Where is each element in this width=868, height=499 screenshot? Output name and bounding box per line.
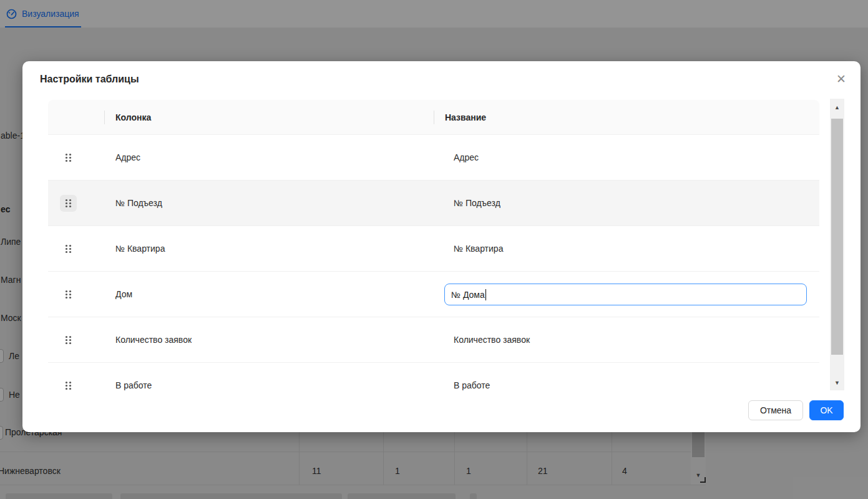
drag-handle[interactable] bbox=[60, 195, 77, 212]
name-cell[interactable]: № Квартира bbox=[454, 226, 503, 272]
header-name: Название bbox=[445, 100, 486, 135]
scroll-down-icon[interactable]: ▼ bbox=[830, 377, 844, 389]
column-label: Адрес bbox=[115, 135, 140, 180]
drag-dots-icon bbox=[65, 199, 72, 208]
ok-button[interactable]: OK bbox=[809, 400, 844, 420]
name-cell[interactable]: № Подъезд bbox=[454, 180, 500, 226]
text-cursor bbox=[485, 289, 487, 300]
drag-handle[interactable] bbox=[60, 377, 77, 393]
settings-row: В работеВ работе bbox=[48, 363, 819, 393]
drag-handle[interactable] bbox=[60, 332, 77, 348]
settings-row: № Квартира№ Квартира bbox=[48, 226, 819, 272]
column-label: В работе bbox=[115, 363, 152, 393]
app-root: Визуализация able-1ecЛипеМагнМоскЛеНе Пр… bbox=[0, 0, 868, 499]
scrollbar-thumb[interactable] bbox=[831, 119, 843, 355]
settings-row: АдресАдрес bbox=[48, 135, 819, 180]
modal-scrollbar[interactable]: ▲ ▼ bbox=[830, 99, 844, 390]
drag-handle[interactable] bbox=[60, 286, 77, 303]
column-label: № Подъезд bbox=[115, 180, 162, 226]
close-icon[interactable]: ✕ bbox=[831, 69, 852, 90]
name-input[interactable]: № Дома bbox=[444, 284, 807, 305]
drag-dots-icon bbox=[65, 153, 72, 162]
header-divider bbox=[104, 111, 105, 124]
drag-dots-icon bbox=[65, 244, 72, 254]
settings-row: № Подъезд№ Подъезд bbox=[48, 180, 819, 226]
drag-dots-icon bbox=[65, 381, 72, 390]
settings-table-header: Колонка Название bbox=[48, 100, 819, 135]
drag-handle[interactable] bbox=[60, 240, 77, 257]
column-label: Дом bbox=[115, 272, 132, 317]
name-cell[interactable]: Количество заявок bbox=[454, 317, 530, 363]
modal-title: Настройки таблицы bbox=[40, 74, 139, 85]
drag-dots-icon bbox=[65, 335, 72, 345]
column-label: Количество заявок bbox=[115, 317, 192, 363]
settings-row: Количество заявокКоличество заявок bbox=[48, 317, 819, 363]
header-divider bbox=[434, 111, 434, 124]
drag-dots-icon bbox=[65, 290, 72, 299]
settings-row: Дом№ Дома bbox=[48, 272, 819, 317]
cancel-button[interactable]: Отмена bbox=[748, 400, 803, 420]
table-settings-modal: Настройки таблицы ✕ Колонка Название Адр… bbox=[22, 61, 861, 432]
drag-handle[interactable] bbox=[60, 149, 77, 166]
column-label: № Квартира bbox=[115, 226, 165, 272]
name-input-value: № Дома bbox=[451, 290, 485, 300]
settings-table: Колонка Название АдресАдрес№ Подъезд№ По… bbox=[48, 100, 819, 393]
scroll-up-icon[interactable]: ▲ bbox=[830, 99, 844, 117]
header-column: Колонка bbox=[115, 100, 151, 135]
name-cell[interactable]: В работе bbox=[454, 363, 490, 393]
name-cell[interactable]: Адрес bbox=[454, 135, 479, 180]
